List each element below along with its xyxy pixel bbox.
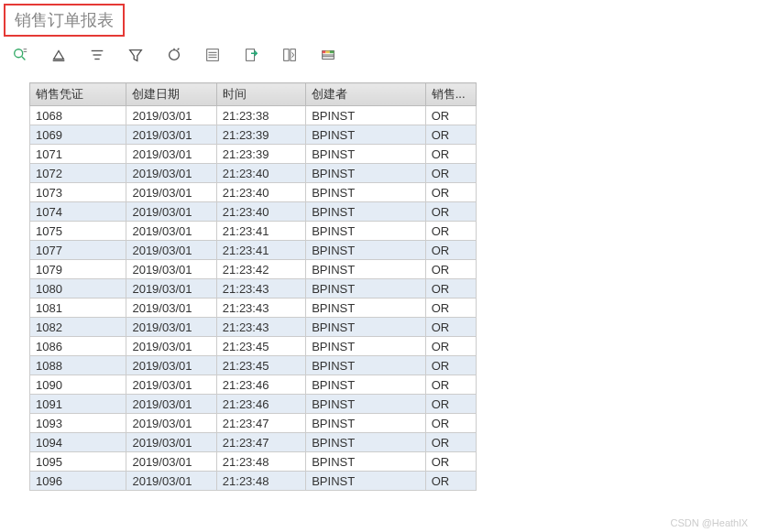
cell-date[interactable]: 2019/03/01 <box>126 125 216 145</box>
cell-doc[interactable]: 1077 <box>30 241 126 260</box>
cell-date[interactable]: 2019/03/01 <box>126 299 216 318</box>
cell-creator[interactable]: BPINST <box>306 183 426 202</box>
cell-date[interactable]: 2019/03/01 <box>126 279 216 299</box>
layout-icon[interactable] <box>280 46 299 64</box>
detail-icon[interactable] <box>11 46 29 64</box>
table-row[interactable]: 10902019/03/0121:23:46BPINSTOR <box>30 375 477 395</box>
cell-date[interactable]: 2019/03/01 <box>126 433 216 452</box>
cell-type[interactable]: OR <box>425 433 476 452</box>
cell-doc[interactable]: 1090 <box>30 375 126 395</box>
cell-creator[interactable]: BPINST <box>306 241 426 260</box>
cell-doc[interactable]: 1075 <box>30 222 126 241</box>
cell-date[interactable]: 2019/03/01 <box>126 337 216 356</box>
cell-date[interactable]: 2019/03/01 <box>126 202 216 222</box>
cell-type[interactable]: OR <box>425 337 476 356</box>
cell-doc[interactable]: 1068 <box>30 106 126 125</box>
cell-type[interactable]: OR <box>425 164 476 183</box>
data-table[interactable]: 销售凭证 创建日期 时间 创建者 销售... 10682019/03/0121:… <box>29 82 477 491</box>
table-row[interactable]: 10822019/03/0121:23:43BPINSTOR <box>30 318 477 337</box>
cell-creator[interactable]: BPINST <box>306 279 426 299</box>
cell-creator[interactable]: BPINST <box>306 452 426 472</box>
cell-doc[interactable]: 1091 <box>30 395 126 414</box>
table-row[interactable]: 10962019/03/0121:23:48BPINSTOR <box>30 472 477 491</box>
cell-type[interactable]: OR <box>425 106 476 125</box>
cell-type[interactable]: OR <box>425 125 476 145</box>
cell-type[interactable]: OR <box>425 452 476 472</box>
cell-type[interactable]: OR <box>425 375 476 395</box>
cell-doc[interactable]: 1095 <box>30 452 126 472</box>
table-row[interactable]: 10942019/03/0121:23:47BPINSTOR <box>30 433 477 452</box>
cell-creator[interactable]: BPINST <box>306 164 426 183</box>
cell-type[interactable]: OR <box>425 260 476 279</box>
cell-doc[interactable]: 1086 <box>30 337 126 356</box>
table-row[interactable]: 10882019/03/0121:23:45BPINSTOR <box>30 356 477 375</box>
col-sales-doc[interactable]: 销售凭证 <box>30 83 126 106</box>
table-row[interactable]: 10732019/03/0121:23:40BPINSTOR <box>30 183 477 202</box>
table-row[interactable]: 10812019/03/0121:23:43BPINSTOR <box>30 299 477 318</box>
cell-time[interactable]: 21:23:40 <box>216 202 305 222</box>
cell-type[interactable]: OR <box>425 472 476 491</box>
sort-asc-icon[interactable] <box>49 46 68 64</box>
cell-creator[interactable]: BPINST <box>306 472 426 491</box>
cell-creator[interactable]: BPINST <box>306 375 426 395</box>
cell-date[interactable]: 2019/03/01 <box>126 356 216 375</box>
cell-time[interactable]: 21:23:43 <box>216 279 305 299</box>
cell-date[interactable]: 2019/03/01 <box>126 395 216 414</box>
cell-time[interactable]: 21:23:48 <box>216 472 305 491</box>
cell-doc[interactable]: 1069 <box>30 125 126 145</box>
col-create-date[interactable]: 创建日期 <box>126 83 216 106</box>
table-row[interactable]: 10772019/03/0121:23:41BPINSTOR <box>30 241 477 260</box>
cell-creator[interactable]: BPINST <box>306 106 426 125</box>
cell-time[interactable]: 21:23:43 <box>216 318 305 337</box>
cell-doc[interactable]: 1088 <box>30 356 126 375</box>
cell-time[interactable]: 21:23:39 <box>216 145 305 164</box>
cell-date[interactable]: 2019/03/01 <box>126 375 216 395</box>
table-row[interactable]: 10952019/03/0121:23:48BPINSTOR <box>30 452 477 472</box>
cell-type[interactable]: OR <box>425 318 476 337</box>
cell-date[interactable]: 2019/03/01 <box>126 106 216 125</box>
table-row[interactable]: 10912019/03/0121:23:46BPINSTOR <box>30 395 477 414</box>
cell-time[interactable]: 21:23:38 <box>216 106 305 125</box>
cell-type[interactable]: OR <box>425 241 476 260</box>
cell-creator[interactable]: BPINST <box>306 414 426 433</box>
col-time[interactable]: 时间 <box>216 83 305 106</box>
col-creator[interactable]: 创建者 <box>306 83 426 106</box>
cell-time[interactable]: 21:23:41 <box>216 222 305 241</box>
cell-doc[interactable]: 1094 <box>30 433 126 452</box>
cell-creator[interactable]: BPINST <box>306 202 426 222</box>
cell-type[interactable]: OR <box>425 395 476 414</box>
cell-date[interactable]: 2019/03/01 <box>126 472 216 491</box>
cell-date[interactable]: 2019/03/01 <box>126 241 216 260</box>
cell-type[interactable]: OR <box>425 145 476 164</box>
cell-time[interactable]: 21:23:46 <box>216 375 305 395</box>
cell-time[interactable]: 21:23:47 <box>216 433 305 452</box>
cell-date[interactable]: 2019/03/01 <box>126 318 216 337</box>
cell-creator[interactable]: BPINST <box>306 222 426 241</box>
cell-type[interactable]: OR <box>425 414 476 433</box>
cell-time[interactable]: 21:23:40 <box>216 164 305 183</box>
cell-date[interactable]: 2019/03/01 <box>126 183 216 202</box>
cell-time[interactable]: 21:23:45 <box>216 337 305 356</box>
cell-doc[interactable]: 1081 <box>30 299 126 318</box>
table-row[interactable]: 10802019/03/0121:23:43BPINSTOR <box>30 279 477 299</box>
cell-date[interactable]: 2019/03/01 <box>126 222 216 241</box>
cell-time[interactable]: 21:23:43 <box>216 299 305 318</box>
cell-type[interactable]: OR <box>425 279 476 299</box>
cell-creator[interactable]: BPINST <box>306 145 426 164</box>
cell-doc[interactable]: 1096 <box>30 472 126 491</box>
cell-doc[interactable]: 1073 <box>30 183 126 202</box>
table-row[interactable]: 10712019/03/0121:23:39BPINSTOR <box>30 145 477 164</box>
cell-type[interactable]: OR <box>425 356 476 375</box>
cell-date[interactable]: 2019/03/01 <box>126 145 216 164</box>
cell-time[interactable]: 21:23:41 <box>216 241 305 260</box>
cell-time[interactable]: 21:23:47 <box>216 414 305 433</box>
cell-time[interactable]: 21:23:45 <box>216 356 305 375</box>
cell-time[interactable]: 21:23:46 <box>216 395 305 414</box>
cell-doc[interactable]: 1080 <box>30 279 126 299</box>
table-row[interactable]: 10932019/03/0121:23:47BPINSTOR <box>30 414 477 433</box>
cell-time[interactable]: 21:23:42 <box>216 260 305 279</box>
table-row[interactable]: 10692019/03/0121:23:39BPINSTOR <box>30 125 477 145</box>
cell-doc[interactable]: 1071 <box>30 145 126 164</box>
cell-type[interactable]: OR <box>425 222 476 241</box>
cell-type[interactable]: OR <box>425 299 476 318</box>
